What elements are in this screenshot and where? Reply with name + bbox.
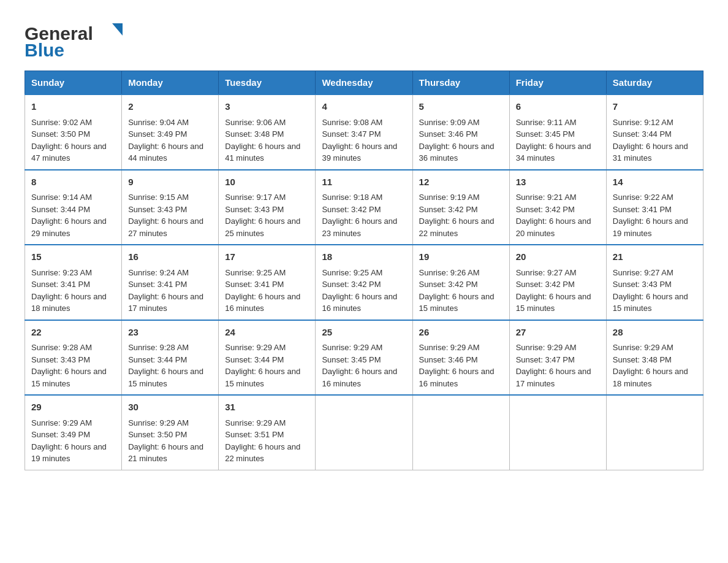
daylight-text: Daylight: 6 hours and 25 minutes bbox=[225, 216, 300, 238]
sunrise-text: Sunrise: 9:18 AM bbox=[322, 193, 382, 202]
week-row-3: 15Sunrise: 9:23 AMSunset: 3:41 PMDayligh… bbox=[25, 245, 703, 320]
sunrise-text: Sunrise: 9:29 AM bbox=[31, 418, 92, 427]
daylight-text: Daylight: 6 hours and 41 minutes bbox=[225, 142, 300, 163]
calendar-cell: 31Sunrise: 9:29 AMSunset: 3:51 PMDayligh… bbox=[219, 395, 316, 470]
daylight-text: Daylight: 6 hours and 16 minutes bbox=[322, 367, 397, 388]
daylight-text: Daylight: 6 hours and 17 minutes bbox=[128, 292, 203, 313]
daylight-text: Daylight: 6 hours and 19 minutes bbox=[31, 442, 107, 464]
day-number: 15 bbox=[31, 250, 115, 264]
calendar-cell: 11Sunrise: 9:18 AMSunset: 3:42 PMDayligh… bbox=[316, 170, 412, 245]
sunset-text: Sunset: 3:44 PM bbox=[128, 355, 187, 364]
sunrise-text: Sunrise: 9:29 AM bbox=[322, 343, 382, 352]
sunset-text: Sunset: 3:42 PM bbox=[419, 205, 478, 214]
sunrise-text: Sunrise: 9:28 AM bbox=[31, 343, 92, 352]
day-number: 7 bbox=[613, 100, 697, 114]
sunset-text: Sunset: 3:42 PM bbox=[322, 205, 381, 214]
calendar-cell bbox=[606, 395, 703, 470]
calendar-cell: 26Sunrise: 9:29 AMSunset: 3:46 PMDayligh… bbox=[412, 320, 509, 396]
sunrise-text: Sunrise: 9:28 AM bbox=[128, 343, 189, 352]
calendar-cell: 14Sunrise: 9:22 AMSunset: 3:41 PMDayligh… bbox=[606, 170, 703, 245]
sunrise-text: Sunrise: 9:23 AM bbox=[31, 268, 92, 277]
day-number: 23 bbox=[128, 326, 212, 340]
daylight-text: Daylight: 6 hours and 15 minutes bbox=[225, 367, 300, 388]
daylight-text: Daylight: 6 hours and 39 minutes bbox=[322, 142, 397, 163]
calendar-cell: 7Sunrise: 9:12 AMSunset: 3:44 PMDaylight… bbox=[606, 94, 703, 170]
daylight-text: Daylight: 6 hours and 31 minutes bbox=[613, 142, 688, 163]
calendar-cell: 5Sunrise: 9:09 AMSunset: 3:46 PMDaylight… bbox=[412, 94, 509, 170]
sunrise-text: Sunrise: 9:27 AM bbox=[516, 268, 577, 277]
day-number: 26 bbox=[419, 326, 503, 340]
sunrise-text: Sunrise: 9:14 AM bbox=[31, 193, 92, 202]
day-number: 3 bbox=[225, 100, 309, 114]
svg-marker-1 bbox=[112, 23, 123, 36]
sunrise-text: Sunrise: 9:08 AM bbox=[322, 118, 382, 127]
day-number: 27 bbox=[516, 326, 600, 340]
calendar-cell: 15Sunrise: 9:23 AMSunset: 3:41 PMDayligh… bbox=[25, 245, 122, 320]
sunset-text: Sunset: 3:48 PM bbox=[225, 129, 284, 139]
day-number: 9 bbox=[128, 175, 212, 190]
daylight-text: Daylight: 6 hours and 15 minutes bbox=[128, 367, 203, 388]
logo-image: General Blue bbox=[25, 18, 123, 58]
day-number: 31 bbox=[225, 400, 309, 415]
daylight-text: Daylight: 6 hours and 18 minutes bbox=[613, 367, 688, 388]
daylight-text: Daylight: 6 hours and 15 minutes bbox=[613, 292, 688, 313]
sunset-text: Sunset: 3:42 PM bbox=[419, 280, 478, 289]
daylight-text: Daylight: 6 hours and 15 minutes bbox=[31, 367, 107, 388]
calendar-cell: 1Sunrise: 9:02 AMSunset: 3:50 PMDaylight… bbox=[25, 94, 122, 170]
calendar-cell: 13Sunrise: 9:21 AMSunset: 3:42 PMDayligh… bbox=[509, 170, 606, 245]
daylight-text: Daylight: 6 hours and 23 minutes bbox=[322, 216, 397, 238]
day-number: 6 bbox=[516, 100, 600, 114]
calendar-cell: 24Sunrise: 9:29 AMSunset: 3:44 PMDayligh… bbox=[219, 320, 316, 396]
col-header-friday: Friday bbox=[509, 71, 606, 95]
col-header-thursday: Thursday bbox=[412, 71, 509, 95]
daylight-text: Daylight: 6 hours and 18 minutes bbox=[31, 292, 107, 313]
sunrise-text: Sunrise: 9:12 AM bbox=[613, 118, 673, 127]
daylight-text: Daylight: 6 hours and 34 minutes bbox=[516, 142, 591, 163]
sunrise-text: Sunrise: 9:29 AM bbox=[225, 343, 286, 352]
calendar-cell: 20Sunrise: 9:27 AMSunset: 3:42 PMDayligh… bbox=[509, 245, 606, 320]
sunrise-text: Sunrise: 9:24 AM bbox=[128, 268, 189, 277]
calendar-cell: 22Sunrise: 9:28 AMSunset: 3:43 PMDayligh… bbox=[25, 320, 122, 396]
week-row-2: 8Sunrise: 9:14 AMSunset: 3:44 PMDaylight… bbox=[25, 170, 703, 245]
logo: General Blue bbox=[25, 18, 123, 58]
week-row-4: 22Sunrise: 9:28 AMSunset: 3:43 PMDayligh… bbox=[25, 320, 703, 396]
daylight-text: Daylight: 6 hours and 19 minutes bbox=[613, 216, 688, 238]
sunset-text: Sunset: 3:45 PM bbox=[322, 355, 381, 364]
sunset-text: Sunset: 3:45 PM bbox=[516, 129, 575, 139]
sunset-text: Sunset: 3:43 PM bbox=[128, 205, 187, 214]
daylight-text: Daylight: 6 hours and 15 minutes bbox=[516, 292, 591, 313]
sunrise-text: Sunrise: 9:29 AM bbox=[225, 418, 286, 427]
day-number: 18 bbox=[322, 250, 406, 264]
calendar-cell bbox=[509, 395, 606, 470]
calendar-cell: 21Sunrise: 9:27 AMSunset: 3:43 PMDayligh… bbox=[606, 245, 703, 320]
calendar-cell: 16Sunrise: 9:24 AMSunset: 3:41 PMDayligh… bbox=[122, 245, 219, 320]
sunrise-text: Sunrise: 9:17 AM bbox=[225, 193, 286, 202]
sunset-text: Sunset: 3:46 PM bbox=[419, 129, 478, 139]
calendar-cell: 12Sunrise: 9:19 AMSunset: 3:42 PMDayligh… bbox=[412, 170, 509, 245]
calendar-cell: 9Sunrise: 9:15 AMSunset: 3:43 PMDaylight… bbox=[122, 170, 219, 245]
calendar-cell: 6Sunrise: 9:11 AMSunset: 3:45 PMDaylight… bbox=[509, 94, 606, 170]
calendar-cell: 23Sunrise: 9:28 AMSunset: 3:44 PMDayligh… bbox=[122, 320, 219, 396]
day-number: 30 bbox=[128, 400, 212, 415]
day-number: 20 bbox=[516, 250, 600, 264]
calendar-cell: 17Sunrise: 9:25 AMSunset: 3:41 PMDayligh… bbox=[219, 245, 316, 320]
sunset-text: Sunset: 3:50 PM bbox=[128, 430, 187, 439]
day-number: 13 bbox=[516, 175, 600, 190]
day-number: 17 bbox=[225, 250, 309, 264]
sunset-text: Sunset: 3:41 PM bbox=[225, 280, 284, 289]
sunset-text: Sunset: 3:49 PM bbox=[128, 129, 187, 139]
daylight-text: Daylight: 6 hours and 47 minutes bbox=[31, 142, 107, 163]
calendar-cell: 30Sunrise: 9:29 AMSunset: 3:50 PMDayligh… bbox=[122, 395, 219, 470]
daylight-text: Daylight: 6 hours and 17 minutes bbox=[516, 367, 591, 388]
day-number: 11 bbox=[322, 175, 406, 190]
calendar-cell: 10Sunrise: 9:17 AMSunset: 3:43 PMDayligh… bbox=[219, 170, 316, 245]
calendar-cell: 19Sunrise: 9:26 AMSunset: 3:42 PMDayligh… bbox=[412, 245, 509, 320]
day-number: 2 bbox=[128, 100, 212, 114]
week-row-5: 29Sunrise: 9:29 AMSunset: 3:49 PMDayligh… bbox=[25, 395, 703, 470]
sunset-text: Sunset: 3:51 PM bbox=[225, 430, 284, 439]
col-header-tuesday: Tuesday bbox=[219, 71, 316, 95]
sunset-text: Sunset: 3:41 PM bbox=[31, 280, 90, 289]
calendar-cell: 29Sunrise: 9:29 AMSunset: 3:49 PMDayligh… bbox=[25, 395, 122, 470]
sunrise-text: Sunrise: 9:15 AM bbox=[128, 193, 189, 202]
sunset-text: Sunset: 3:44 PM bbox=[31, 205, 90, 214]
